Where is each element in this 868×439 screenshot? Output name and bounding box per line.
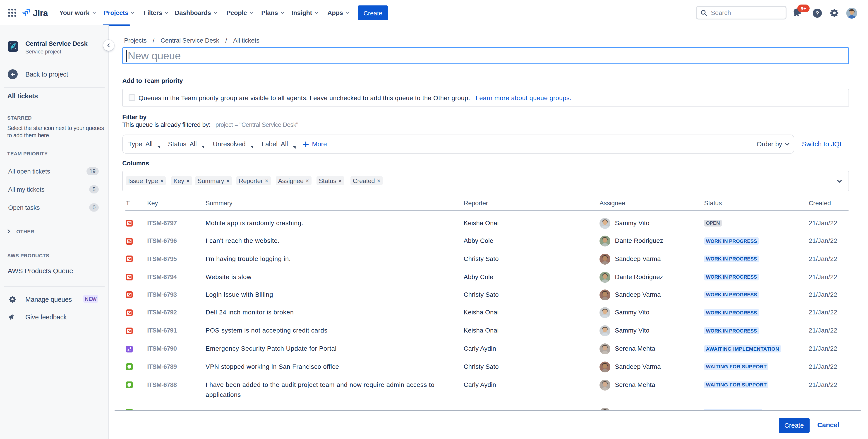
svg-text:Jira: Jira (33, 8, 48, 18)
